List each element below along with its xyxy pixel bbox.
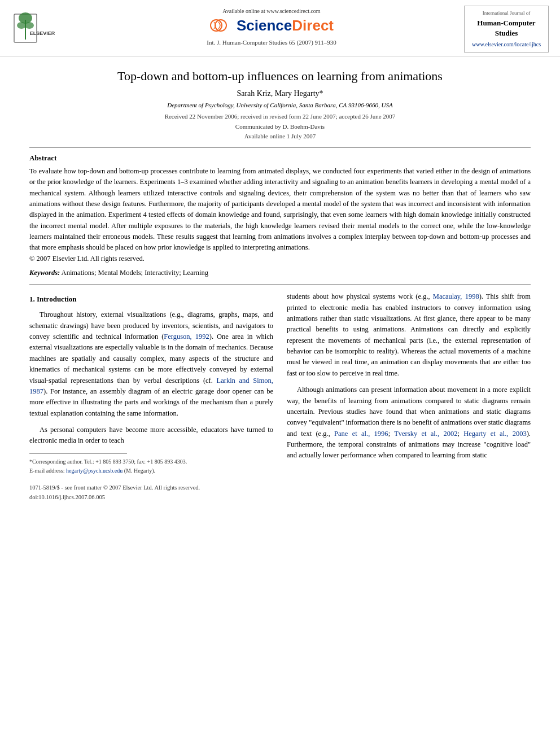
page-header: ELSEVIER Available online at www.science… bbox=[0, 0, 560, 56]
keywords-line: Keywords: Animations; Mental Models; Int… bbox=[29, 269, 531, 277]
journal-reference: Int. J. Human-Computer Studies 65 (2007)… bbox=[207, 39, 336, 46]
journal-title: Human-ComputerStudies bbox=[469, 18, 544, 38]
available-online-text: Available online at www.sciencedirect.co… bbox=[222, 8, 320, 14]
section1-para1: Throughout history, external visualizati… bbox=[29, 309, 273, 419]
section1-heading: 1. Introduction bbox=[29, 294, 273, 305]
svg-point-2 bbox=[19, 12, 32, 24]
right-para2: Although animations can present informat… bbox=[287, 385, 531, 461]
article-authors: Sarah Kriz, Mary Hegarty* bbox=[29, 89, 531, 98]
abstract-section: Abstract To evaluate how top-down and bo… bbox=[29, 154, 531, 277]
macaulay-link[interactable]: Macaulay, bbox=[433, 292, 462, 300]
sciencedirect-logo: ScienceDirect bbox=[209, 16, 334, 34]
right-para1: students about how physical systems work… bbox=[287, 291, 531, 379]
elsevier-logo-container: ELSEVIER bbox=[11, 6, 79, 45]
article-dates: Received 22 November 2006; received in r… bbox=[29, 112, 531, 142]
article-affiliation: Department of Psychology, University of … bbox=[29, 102, 531, 108]
page-footer: 1071-5819/$ - see front matter © 2007 El… bbox=[29, 483, 273, 503]
section1-para2: As personal computers have become more a… bbox=[29, 425, 273, 447]
main-content: Top-down and bottom-up influences on lea… bbox=[0, 56, 560, 513]
header-center: Available online at www.sciencedirect.co… bbox=[79, 6, 464, 46]
ferguson-link[interactable]: Ferguson, 1992 bbox=[164, 333, 209, 340]
larkin-simon-link[interactable]: Larkin and Simon, 1987 bbox=[29, 377, 273, 395]
article-title: Top-down and bottom-up influences on lea… bbox=[29, 69, 531, 84]
keywords-label: Keywords: bbox=[29, 269, 60, 277]
footnote-divider bbox=[29, 453, 127, 454]
hegarty-link[interactable]: Hegarty bbox=[463, 430, 486, 438]
left-column: 1. Introduction Throughout history, exte… bbox=[29, 291, 273, 502]
svg-point-3 bbox=[17, 22, 26, 29]
article-body: 1. Introduction Throughout history, exte… bbox=[29, 291, 531, 502]
right-column: students about how physical systems work… bbox=[287, 291, 531, 502]
abstract-heading: Abstract bbox=[29, 154, 531, 163]
journal-info-box: International Journal of Human-ComputerS… bbox=[464, 6, 549, 53]
copyright-line: 1071-5819/$ - see front matter © 2007 El… bbox=[29, 483, 273, 493]
footnote-corresponding: *Corresponding author. Tel.: +1 805 893 … bbox=[29, 457, 273, 466]
svg-text:ELSEVIER: ELSEVIER bbox=[30, 30, 55, 36]
keywords-values: Animations; Mental Models; Interactivity… bbox=[62, 269, 208, 277]
elsevier-logo: ELSEVIER bbox=[11, 6, 73, 45]
pane-link[interactable]: Pane et al., 1996 bbox=[334, 430, 388, 438]
tversky-link[interactable]: Tversky et al., 2002 bbox=[394, 430, 457, 438]
abstract-text: To evaluate how top-down and bottom-up p… bbox=[29, 166, 531, 264]
macaulay2-link[interactable]: 1998 bbox=[465, 292, 479, 300]
journal-prefix: International Journal of bbox=[469, 10, 544, 17]
doi-line: doi:10.1016/j.ijhcs.2007.06.005 bbox=[29, 493, 273, 503]
footnote-email: E-mail address: hegarty@psych.ucsb.edu (… bbox=[29, 466, 273, 475]
hegarty2-link[interactable]: et al., 2003 bbox=[491, 430, 527, 438]
sd-brand-text: ScienceDirect bbox=[237, 17, 334, 34]
journal-url[interactable]: www.elsevier.com/locate/ijhcs bbox=[472, 41, 541, 47]
title-divider bbox=[29, 147, 531, 148]
sd-logo-icon bbox=[209, 16, 237, 34]
footnote-email-link[interactable]: hegarty@psych.ucsb.edu bbox=[66, 468, 123, 474]
article-title-section: Top-down and bottom-up influences on lea… bbox=[29, 69, 531, 142]
svg-point-4 bbox=[25, 22, 34, 29]
abstract-divider bbox=[29, 284, 531, 285]
